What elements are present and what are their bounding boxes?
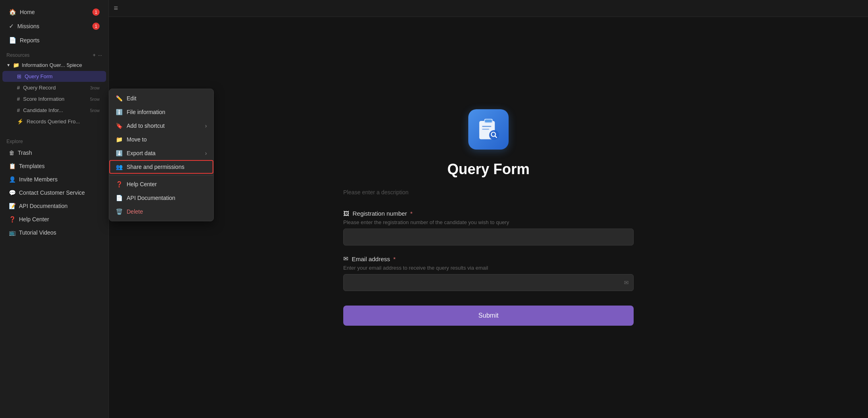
menu-item-file-info[interactable]: ℹ️ File information [109, 105, 213, 119]
contact-customer-icon: 💬 [9, 189, 16, 196]
more-resource-icon[interactable]: ··· [98, 52, 102, 58]
menu-item-label: Help Center [127, 181, 157, 187]
content-area: Query Form Please enter a description 🖼 … [109, 17, 868, 418]
submit-button[interactable]: Submit [343, 306, 634, 326]
email-field-icon: ✉ [343, 255, 348, 262]
menu-item-label: Add to shortcut [127, 123, 165, 129]
menu-item-edit[interactable]: ✏️ Edit [109, 92, 213, 105]
explore-item-label: Invite Members [19, 176, 58, 183]
explore-label: Explore [6, 139, 23, 144]
sidebar-item-home[interactable]: 🏠 Home 1 [2, 5, 106, 19]
top-bar: ≡ [109, 0, 868, 17]
email-label: ✉ Email address * [343, 255, 634, 262]
registration-required: * [410, 210, 413, 217]
api-docs-icon: 📝 [9, 203, 16, 209]
menu-item-move-to[interactable]: 📁 Move to [109, 133, 213, 146]
context-menu: ✏️ Edit ℹ️ File information 🔖 Add to sho… [109, 89, 214, 221]
explore-item-label: Trash [18, 150, 32, 156]
menu-item-delete[interactable]: 🗑️ Delete [109, 205, 213, 218]
home-icon: 🏠 [9, 8, 17, 16]
menu-item-label: Share and permissions [127, 164, 184, 170]
submenu-arrow-icon: › [205, 150, 207, 156]
form-description: Please enter a description [343, 186, 634, 199]
registration-label-text: Registration number [353, 210, 407, 217]
sidebar-explore-tutorial-videos[interactable]: 📺 Tutorial Videos [2, 226, 106, 239]
edit-menu-icon: ✏️ [116, 95, 123, 102]
resources-label: Resources [6, 52, 29, 58]
missions-badge: 1 [92, 23, 100, 30]
candidate-infor-icon: # [17, 107, 20, 113]
sub-item-label: Query Form [25, 73, 52, 79]
help-center-icon: ❓ [9, 216, 16, 223]
sidebar-sub-records-queried[interactable]: ⚡ Records Queried Fro... [2, 116, 106, 127]
sidebar-sub-query-record[interactable]: # Query Record 3row [2, 82, 106, 93]
form-container: Query Form Please enter a description 🖼 … [335, 93, 642, 342]
resources-actions: + ··· [93, 52, 102, 58]
sub-item-label: Records Queried Fro... [27, 119, 80, 125]
menu-item-share-permissions[interactable]: 👥 Share and permissions [109, 160, 213, 174]
missions-icon: ✓ [9, 23, 14, 30]
sub-item-label: Query Record [23, 85, 56, 91]
sidebar-explore-templates[interactable]: 📋 Templates [2, 160, 106, 173]
menu-item-label: Move to [127, 136, 147, 143]
templates-icon: 📋 [9, 163, 16, 169]
add-resource-icon[interactable]: + [93, 52, 96, 58]
menu-item-api-documentation[interactable]: 📄 API Documentation [109, 191, 213, 205]
sidebar-explore-contact-customer[interactable]: 💬 Contact Customer Service [2, 186, 106, 199]
sidebar-sub-query-form[interactable]: ⊞ Query Form [2, 71, 106, 82]
explore-item-label: Help Center [19, 216, 49, 223]
explore-item-label: Templates [19, 163, 45, 169]
email-label-text: Email address [352, 256, 390, 262]
sidebar-sub-candidate-infor[interactable]: # Candidate Infor... 5row [2, 105, 106, 116]
menu-item-label: File information [127, 109, 165, 115]
registration-label: 🖼 Registration number * [343, 210, 634, 217]
add-shortcut-menu-icon: 🔖 [116, 123, 123, 129]
svg-rect-3 [482, 126, 491, 127]
form-field-registration: 🖼 Registration number * Please enter the… [343, 210, 634, 245]
menu-hamburger-icon[interactable]: ≡ [114, 4, 118, 12]
query-form-icon: ⊞ [17, 73, 21, 79]
registration-hint: Please enter the registration number of … [343, 219, 634, 225]
menu-item-label: API Documentation [127, 195, 175, 201]
sidebar-sub-score-info[interactable]: # Score Information 5row [2, 94, 106, 104]
menu-item-help-center[interactable]: ❓ Help Center [109, 177, 213, 191]
submenu-arrow-icon: › [205, 123, 207, 129]
sidebar: 🏠 Home 1 ✓ Missions 1 📄 Reports Resource… [0, 0, 109, 418]
share-permissions-menu-icon: 👥 [116, 164, 123, 170]
reports-icon: 📄 [9, 37, 17, 44]
sidebar-item-label: Home [20, 9, 35, 15]
form-icon [468, 109, 509, 150]
menu-item-label: Export data [127, 150, 156, 156]
email-required: * [393, 256, 396, 262]
sidebar-explore-invite-members[interactable]: 👤 Invite Members [2, 173, 106, 186]
sidebar-explore-help-center[interactable]: ❓ Help Center [2, 213, 106, 226]
query-record-count: 3row [90, 85, 100, 90]
query-record-icon: # [17, 85, 20, 91]
registration-field-icon: 🖼 [343, 210, 349, 217]
folder-name: Information Quer... 5piece [22, 62, 82, 68]
svg-point-5 [489, 130, 499, 140]
registration-input[interactable] [343, 229, 634, 245]
folder-icon: 📁 [13, 62, 19, 68]
registration-input-wrapper [343, 229, 634, 245]
email-input[interactable] [343, 274, 634, 291]
email-hint: Enter your email address to receive the … [343, 265, 634, 271]
explore-item-label: Tutorial Videos [19, 229, 56, 236]
export-data-menu-icon: ⬇️ [116, 150, 123, 156]
folder-row[interactable]: ▼ 📁 Information Quer... 5piece [0, 60, 108, 71]
score-info-icon: # [17, 96, 20, 102]
menu-item-export-data[interactable]: ⬇️ Export data › [109, 146, 213, 160]
form-field-email: ✉ Email address * Enter your email addre… [343, 255, 634, 291]
trash-icon: 🗑 [9, 150, 15, 156]
form-title: Query Form [447, 161, 530, 178]
explore-item-label: API Documentation [19, 203, 68, 209]
records-queried-icon: ⚡ [17, 119, 23, 125]
sidebar-item-missions[interactable]: ✓ Missions 1 [2, 19, 106, 33]
email-input-icon: ✉ [624, 279, 629, 286]
chevron-down-icon: ▼ [6, 63, 10, 67]
file-info-menu-icon: ℹ️ [116, 109, 123, 115]
sidebar-explore-api-docs[interactable]: 📝 API Documentation [2, 200, 106, 212]
menu-item-add-shortcut[interactable]: 🔖 Add to shortcut › [109, 119, 213, 133]
sidebar-item-reports[interactable]: 📄 Reports [2, 33, 106, 47]
sidebar-explore-trash[interactable]: 🗑 Trash [2, 146, 106, 159]
